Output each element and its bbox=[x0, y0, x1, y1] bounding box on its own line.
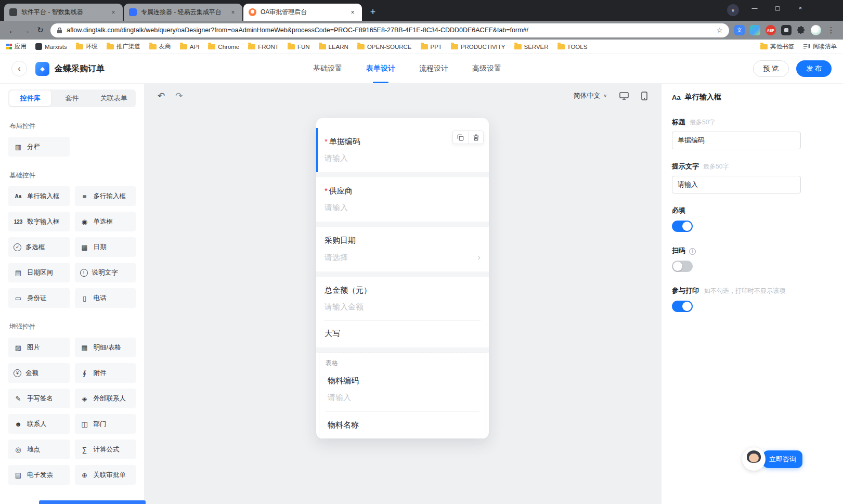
control-item-department[interactable]: ◫部门 bbox=[75, 414, 136, 434]
bookmark-folder[interactable]: OPEN-SOURCE bbox=[357, 44, 412, 50]
required-toggle[interactable] bbox=[672, 221, 693, 232]
customer-support-widget[interactable]: 立即咨询 bbox=[742, 447, 802, 471]
form-field-total-amount[interactable]: 总金额（元） 请输入金额 大写 bbox=[316, 277, 489, 347]
canvas-tools-right: 简体中文 ∨ bbox=[573, 91, 647, 100]
language-selector[interactable]: 简体中文 ∨ bbox=[573, 91, 607, 100]
bookmark-folder[interactable]: SERVER bbox=[514, 44, 549, 50]
bookmark-folder[interactable]: PRODUCTIVITY bbox=[451, 44, 505, 50]
forward-button[interactable]: → bbox=[19, 23, 33, 37]
control-item-formula[interactable]: ∑计算公式 bbox=[75, 440, 136, 459]
tab-advanced-settings[interactable]: 高级设置 bbox=[472, 54, 501, 83]
form-table-group[interactable]: 表格 物料编码 请输入 物料名称 bbox=[319, 353, 486, 438]
form-field-material-code[interactable]: 物料编码 请输入 bbox=[326, 368, 479, 411]
duplicate-field-icon[interactable] bbox=[453, 131, 468, 144]
sidebar-tab-linked-forms[interactable]: 关联表单 bbox=[93, 91, 135, 106]
delete-field-icon[interactable] bbox=[468, 131, 483, 144]
mobile-preview-button[interactable] bbox=[641, 92, 647, 100]
tab-search-button[interactable]: ∨ bbox=[727, 4, 739, 16]
tab3-close-icon[interactable]: × bbox=[348, 8, 357, 17]
required-label-row: 必填 bbox=[672, 206, 833, 215]
extensions-puzzle-icon[interactable] bbox=[797, 26, 806, 35]
bookmark-star-icon[interactable]: ☆ bbox=[716, 26, 723, 34]
bookmark-folder[interactable]: TOOLS bbox=[557, 44, 588, 50]
reading-list[interactable]: 阅读清单 bbox=[803, 43, 837, 50]
desktop-preview-button[interactable] bbox=[619, 92, 629, 100]
browser-tab-1[interactable]: 软件平台 - 智数集线器 × bbox=[4, 4, 123, 21]
control-item-phone[interactable]: ▯电话 bbox=[75, 288, 136, 308]
bookmark-marxists[interactable]: Marxists bbox=[35, 43, 67, 50]
sidebar-tab-kits[interactable]: 套件 bbox=[51, 91, 93, 106]
control-item-date[interactable]: ▦日期 bbox=[75, 237, 136, 257]
tab2-close-icon[interactable]: × bbox=[229, 8, 237, 17]
scan-info-icon[interactable]: i bbox=[689, 248, 696, 255]
colored-extension-icon[interactable] bbox=[750, 25, 760, 35]
control-item-columns[interactable]: ▥分栏 bbox=[8, 137, 70, 157]
control-item-e-invoice[interactable]: ▤电子发票 bbox=[8, 465, 70, 485]
print-toggle[interactable] bbox=[672, 301, 693, 312]
bookmark-folder[interactable]: FRONT bbox=[248, 44, 279, 50]
control-item-date-range[interactable]: ▤日期区间 bbox=[8, 263, 70, 282]
adblock-extension-icon[interactable]: ABP bbox=[766, 25, 776, 35]
control-item-contact[interactable]: ☻联系人 bbox=[8, 414, 70, 434]
bookmark-folder[interactable]: 环境 bbox=[76, 43, 98, 50]
preview-button[interactable]: 预 览 bbox=[753, 60, 789, 77]
control-item-number-input[interactable]: 123数字输入框 bbox=[8, 212, 70, 231]
control-item-attachment[interactable]: ∮附件 bbox=[75, 363, 136, 383]
undo-icon[interactable]: ↶ bbox=[158, 91, 165, 101]
control-item-signature[interactable]: ✎手写签名 bbox=[8, 389, 70, 408]
bookmark-folder[interactable]: API bbox=[180, 44, 200, 50]
browser-tab-3-active[interactable]: OA审批管理后台 × bbox=[243, 4, 362, 21]
back-button[interactable]: ← bbox=[5, 23, 19, 37]
control-item-external-contact[interactable]: ◈外部联系人 bbox=[75, 389, 136, 408]
form-field-material-name[interactable]: 物料名称 bbox=[326, 411, 479, 438]
control-item-description-text[interactable]: !说明文字 bbox=[75, 263, 136, 282]
control-item-multi-line-input[interactable]: ≡多行输入框 bbox=[75, 186, 136, 206]
control-item-amount[interactable]: ¥金额 bbox=[8, 363, 70, 383]
form-field-purchase-date[interactable]: 采购日期 请选择› bbox=[316, 227, 489, 272]
control-item-linked-approval[interactable]: ⊕关联审批单 bbox=[75, 465, 136, 485]
control-label: 多行输入框 bbox=[94, 192, 126, 201]
dark-extension-icon[interactable] bbox=[781, 25, 792, 35]
bookmark-folder[interactable]: 友商 bbox=[149, 43, 171, 50]
bookmark-folder[interactable]: FUN bbox=[288, 44, 310, 50]
maximize-button[interactable]: ▢ bbox=[766, 0, 789, 16]
publish-button[interactable]: 发 布 bbox=[796, 60, 832, 77]
minimize-button[interactable]: — bbox=[743, 0, 766, 16]
tab-basic-settings[interactable]: 基础设置 bbox=[313, 54, 342, 83]
translate-extension-icon[interactable]: 文 bbox=[734, 25, 745, 35]
layout-controls-grid: ▥分栏 bbox=[8, 137, 136, 157]
close-button[interactable]: × bbox=[789, 0, 812, 16]
title-input[interactable] bbox=[672, 132, 801, 149]
support-consult-button[interactable]: 立即咨询 bbox=[763, 450, 802, 468]
profile-avatar[interactable] bbox=[811, 25, 821, 35]
bookmark-folder[interactable]: LEARN bbox=[319, 44, 348, 50]
bookmark-apps[interactable]: 应用 bbox=[6, 43, 27, 50]
reload-button[interactable]: ↻ bbox=[33, 23, 47, 37]
control-item-single-line-input[interactable]: Aa单行输入框 bbox=[8, 186, 70, 206]
control-item-id-card[interactable]: ▭身份证 bbox=[8, 288, 70, 308]
tab-form-design[interactable]: 表单设计 bbox=[366, 54, 395, 83]
placeholder-input[interactable] bbox=[672, 176, 801, 193]
reading-list-label: 阅读清单 bbox=[813, 43, 837, 50]
sidebar-tab-controls[interactable]: 控件库 bbox=[9, 91, 51, 106]
browser-menu-kebab-icon[interactable]: ⋮ bbox=[826, 25, 836, 35]
control-item-location[interactable]: ◎地点 bbox=[8, 440, 70, 459]
bookmark-folder[interactable]: PPT bbox=[421, 44, 442, 50]
tab-flow-design[interactable]: 流程设计 bbox=[419, 54, 448, 83]
form-field-supplier[interactable]: *供应商 请输入 bbox=[316, 177, 489, 222]
control-item-checkbox[interactable]: ✓多选框 bbox=[8, 237, 70, 257]
tab1-close-icon[interactable]: × bbox=[109, 8, 118, 17]
redo-icon[interactable]: ↷ bbox=[175, 91, 183, 101]
address-bar[interactable]: aflow.dingtalk.com/dingtalk/web/query/oa… bbox=[50, 23, 729, 37]
bookmark-folder[interactable]: Chrome bbox=[208, 44, 239, 50]
control-item-image[interactable]: ▨图片 bbox=[8, 338, 70, 357]
form-field-document-code[interactable]: *单据编码 请输入 bbox=[316, 128, 489, 172]
browser-tab-2[interactable]: 专属连接器 - 轻易云集成平台 × bbox=[124, 4, 242, 21]
page-back-button[interactable]: ‹ bbox=[11, 61, 27, 76]
control-item-detail-table[interactable]: ▦明细/表格 bbox=[75, 338, 136, 357]
other-bookmarks[interactable]: 其他书签 bbox=[760, 43, 794, 50]
new-tab-button[interactable]: + bbox=[366, 5, 380, 19]
control-item-radio[interactable]: ◉单选框 bbox=[75, 212, 136, 231]
scan-toggle[interactable] bbox=[672, 261, 693, 272]
bookmark-folder[interactable]: 推广渠道 bbox=[107, 43, 140, 50]
